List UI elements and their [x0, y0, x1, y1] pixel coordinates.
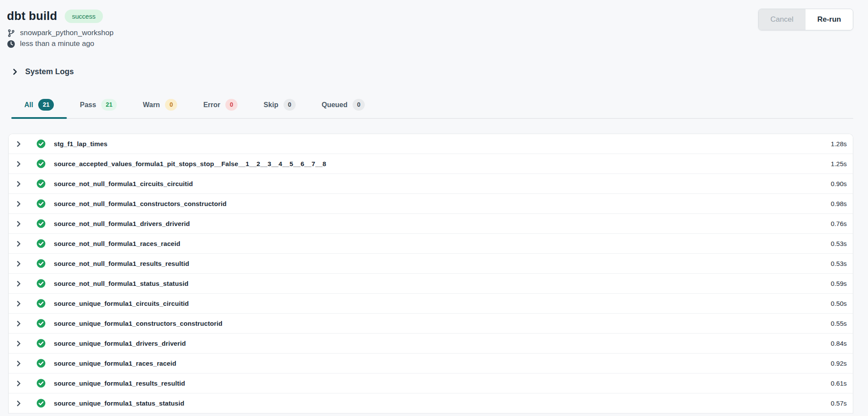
system-logs-toggle[interactable]: System Logs: [11, 67, 74, 76]
result-row[interactable]: source_unique_formula1_status_statusid 0…: [9, 393, 853, 413]
chevron-right-icon[interactable]: [15, 400, 22, 407]
result-duration: 0.61s: [831, 380, 847, 387]
clock-icon: [7, 40, 15, 48]
tab-label: Pass: [80, 101, 96, 109]
chevron-right-icon: [11, 68, 19, 75]
result-row[interactable]: source_unique_formula1_races_raceid 0.92…: [9, 354, 853, 373]
result-row[interactable]: source_unique_formula1_drivers_driverid …: [9, 334, 853, 354]
page-title: dbt build: [7, 10, 57, 23]
chevron-right-icon[interactable]: [15, 200, 22, 207]
result-row[interactable]: source_not_null_formula1_constructors_co…: [9, 194, 853, 214]
success-check-icon: [36, 159, 46, 168]
tab-all[interactable]: All 21: [11, 96, 67, 118]
tab-count-badge: 0: [284, 99, 296, 111]
chevron-right-icon[interactable]: [15, 280, 22, 287]
tab-label: Skip: [264, 101, 278, 109]
result-duration: 1.28s: [831, 140, 847, 147]
result-row[interactable]: source_unique_formula1_constructors_cons…: [9, 314, 853, 334]
result-name: source_accepted_values_formula1_pit_stop…: [54, 160, 326, 167]
result-row[interactable]: source_not_null_formula1_drivers_driveri…: [9, 214, 853, 234]
tab-label: Error: [203, 101, 220, 109]
tab-pass[interactable]: Pass 21: [67, 96, 130, 118]
tab-skip[interactable]: Skip 0: [251, 96, 309, 118]
result-duration: 0.55s: [831, 320, 847, 327]
status-tabs: All 21 Pass 21 Warn 0 Error 0 Skip 0 Que…: [11, 96, 853, 119]
result-name: source_not_null_formula1_constructors_co…: [54, 200, 227, 207]
tab-queued[interactable]: Queued 0: [309, 96, 378, 118]
result-duration: 0.57s: [831, 400, 847, 407]
result-name: stg_f1_lap_times: [54, 140, 107, 147]
result-row[interactable]: source_accepted_values_formula1_pit_stop…: [9, 154, 853, 174]
chevron-right-icon[interactable]: [15, 340, 22, 347]
chevron-right-icon[interactable]: [15, 380, 22, 387]
result-row[interactable]: source_unique_formula1_results_resultid …: [9, 373, 853, 393]
result-name: source_unique_formula1_status_statusid: [54, 400, 185, 407]
result-duration: 0.92s: [831, 360, 847, 367]
git-branch-icon: [7, 29, 15, 37]
success-check-icon: [36, 139, 46, 148]
chevron-right-icon[interactable]: [15, 220, 22, 227]
chevron-right-icon[interactable]: [15, 300, 22, 307]
rerun-button[interactable]: Re-run: [805, 9, 853, 30]
chevron-right-icon[interactable]: [15, 360, 22, 367]
chevron-right-icon[interactable]: [15, 240, 22, 247]
result-row[interactable]: stg_f1_lap_times 1.28s: [9, 134, 853, 154]
result-name: source_not_null_formula1_status_statusid: [54, 280, 188, 287]
success-check-icon: [36, 179, 46, 188]
tab-error[interactable]: Error 0: [190, 96, 251, 118]
results-list: stg_f1_lap_times 1.28s source_accepted_v…: [8, 134, 853, 413]
result-name: source_unique_formula1_circuits_circuiti…: [54, 300, 189, 307]
time-row: less than a minute ago: [7, 39, 113, 48]
run-header-info: dbt build success snowpark_python_worksh…: [7, 10, 113, 48]
result-name: source_unique_formula1_results_resultid: [54, 380, 185, 387]
success-check-icon: [36, 239, 46, 248]
chevron-right-icon[interactable]: [15, 260, 22, 267]
chevron-right-icon[interactable]: [15, 180, 22, 187]
success-check-icon: [36, 279, 46, 288]
tab-count-badge: 21: [38, 99, 54, 111]
status-badge: success: [65, 10, 103, 23]
branch-name: snowpark_python_workshop: [20, 29, 113, 37]
tab-label: Queued: [322, 101, 348, 109]
result-duration: 0.98s: [831, 200, 847, 207]
run-header: dbt build success snowpark_python_worksh…: [0, 0, 868, 48]
result-row[interactable]: source_unique_formula1_circuits_circuiti…: [9, 294, 853, 314]
tab-warn[interactable]: Warn 0: [130, 96, 190, 118]
run-detail-page: dbt build success snowpark_python_worksh…: [0, 0, 868, 413]
result-row[interactable]: source_not_null_formula1_results_resulti…: [9, 254, 853, 274]
chevron-right-icon[interactable]: [15, 161, 22, 167]
result-duration: 0.84s: [831, 340, 847, 347]
success-check-icon: [36, 259, 46, 268]
chevron-right-icon[interactable]: [15, 320, 22, 327]
result-row[interactable]: source_not_null_formula1_status_statusid…: [9, 274, 853, 294]
success-check-icon: [36, 359, 46, 368]
tab-count-badge: 0: [165, 99, 177, 111]
result-duration: 0.76s: [831, 220, 847, 227]
result-row[interactable]: source_not_null_formula1_races_raceid 0.…: [9, 234, 853, 254]
result-duration: 0.90s: [831, 180, 847, 187]
result-name: source_not_null_formula1_results_resulti…: [54, 260, 189, 267]
result-name: source_not_null_formula1_drivers_driveri…: [54, 220, 190, 227]
tab-count-badge: 0: [225, 99, 238, 111]
result-name: source_unique_formula1_drivers_driverid: [54, 340, 186, 347]
success-check-icon: [36, 379, 46, 388]
tab-count-badge: 0: [353, 99, 365, 111]
success-check-icon: [36, 219, 46, 228]
system-logs-label: System Logs: [25, 67, 74, 76]
result-duration: 0.50s: [831, 300, 847, 307]
chevron-right-icon[interactable]: [15, 141, 22, 147]
success-check-icon: [36, 199, 46, 208]
branch-row: snowpark_python_workshop: [7, 29, 113, 37]
result-duration: 0.59s: [831, 280, 847, 287]
tab-label: Warn: [143, 101, 160, 109]
result-name: source_not_null_formula1_circuits_circui…: [54, 180, 193, 187]
result-duration: 0.53s: [831, 240, 847, 247]
result-duration: 0.53s: [831, 260, 847, 267]
cancel-button[interactable]: Cancel: [759, 9, 805, 30]
run-actions: Cancel Re-run: [758, 9, 853, 30]
success-check-icon: [36, 339, 46, 348]
result-row[interactable]: source_not_null_formula1_circuits_circui…: [9, 174, 853, 194]
tab-count-badge: 21: [101, 99, 117, 111]
title-row: dbt build success: [7, 10, 113, 23]
success-check-icon: [36, 319, 46, 328]
